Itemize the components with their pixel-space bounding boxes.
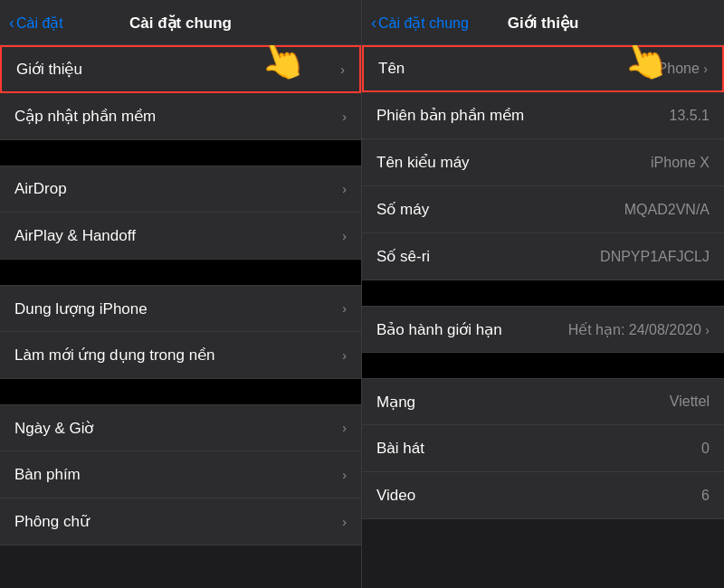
left-back-button[interactable]: ‹ Cài đặt <box>9 14 63 33</box>
left-group-2: AirDrop › AirPlay & Handoff › <box>0 166 361 260</box>
ngay-gio-label: Ngày & Giờ <box>14 419 93 438</box>
left-group-3: Dung lượng iPhone › Làm mới ứng dụng tro… <box>0 285 361 379</box>
ten-value: iPhone <box>654 61 700 76</box>
left-group-4: Ngày & Giờ › Bàn phím › Phông chữ › <box>0 404 361 545</box>
left-gap-3 <box>0 379 361 404</box>
ten-label: Tên <box>378 60 405 78</box>
ten-kieu-may-value: iPhone X <box>651 155 710 170</box>
sidebar-item-ban-phim[interactable]: Bàn phím › <box>0 451 361 498</box>
sidebar-item-ngay-gio[interactable]: Ngày & Giờ › <box>0 404 361 451</box>
left-settings-list: Giới thiệu › 👆 Cập nhật phần mềm › AirDr… <box>0 45 361 588</box>
ban-phim-chevron-icon: › <box>342 468 347 482</box>
lam-moi-label: Làm mới ứng dụng trong nền <box>14 346 215 365</box>
gioi-thieu-label: Giới thiệu <box>16 60 82 79</box>
bao-hanh-value: Hết hạn: 24/08/2020 <box>568 322 701 337</box>
cap-nhat-chevron-icon: › <box>342 109 347 124</box>
phong-chu-chevron-icon: › <box>342 515 347 529</box>
bai-hat-label: Bài hát <box>376 440 424 458</box>
left-group-1: Giới thiệu › 👆 Cập nhật phần mềm › <box>0 45 361 140</box>
cursor-hand-icon: 👆 <box>252 45 311 89</box>
left-nav-bar: ‹ Cài đặt Cài đặt chung <box>0 0 361 45</box>
so-may-value: MQAD2VN/A <box>624 202 710 217</box>
right-nav-title: Giới thiệu <box>508 14 579 33</box>
airdrop-chevron-icon: › <box>342 182 347 196</box>
detail-item-so-se-ri: Số sê-ri DNPYP1AFJCLJ <box>362 233 724 280</box>
left-nav-title: Cài đặt chung <box>129 14 232 33</box>
right-group-3: Mạng Viettel Bài hát 0 Video 6 <box>362 378 724 519</box>
detail-item-ten[interactable]: Tên iPhone › 👆 <box>362 45 724 92</box>
so-se-ri-value: DNPYP1AFJCLJ <box>600 249 710 264</box>
sidebar-item-gioi-thieu[interactable]: Giới thiệu › 👆 <box>0 45 361 93</box>
phong-chu-label: Phông chữ <box>14 512 90 531</box>
phien-ban-label: Phiên bản phần mềm <box>376 106 524 125</box>
right-back-label: Cài đặt chung <box>378 14 469 32</box>
right-panel: ‹ Cài đặt chung Giới thiệu Tên iPhone › … <box>362 0 724 588</box>
sidebar-item-lam-moi[interactable]: Làm mới ứng dụng trong nền › <box>0 332 361 379</box>
sidebar-item-airplay-handoff[interactable]: AirPlay & Handoff › <box>0 213 361 260</box>
right-detail-list: Tên iPhone › 👆 Phiên bản phần mềm 13.5.1… <box>362 45 724 588</box>
cap-nhat-phan-mem-label: Cập nhật phần mềm <box>14 107 156 126</box>
right-group-2: Bảo hành giới hạn Hết hạn: 24/08/2020 › <box>362 306 724 353</box>
phien-ban-value: 13.5.1 <box>670 108 710 123</box>
sidebar-item-cap-nhat-phan-mem[interactable]: Cập nhật phần mềm › <box>0 93 361 140</box>
sidebar-item-dung-luong[interactable]: Dung lượng iPhone › <box>0 285 361 332</box>
airplay-handoff-label: AirPlay & Handoff <box>14 227 136 245</box>
detail-item-phien-ban: Phiên bản phần mềm 13.5.1 <box>362 92 724 139</box>
left-back-arrow-icon: ‹ <box>9 14 14 33</box>
left-panel: ‹ Cài đặt Cài đặt chung Giới thiệu › 👆 C… <box>0 0 362 588</box>
detail-item-bai-hat: Bài hát 0 <box>362 425 724 472</box>
mang-label: Mạng <box>376 393 415 412</box>
sidebar-item-phong-chu[interactable]: Phông chữ › <box>0 498 361 545</box>
detail-item-so-may: Số máy MQAD2VN/A <box>362 186 724 233</box>
left-back-label: Cài đặt <box>16 14 63 32</box>
video-value: 6 <box>701 488 710 503</box>
so-se-ri-label: Số sê-ri <box>376 247 430 266</box>
bao-hanh-label: Bảo hành giới hạn <box>376 320 502 339</box>
airdrop-label: AirDrop <box>14 180 67 198</box>
detail-item-mang: Mạng Viettel <box>362 378 724 425</box>
gioi-thieu-chevron-icon: › <box>340 62 345 77</box>
so-may-label: Số máy <box>376 200 429 219</box>
left-gap-1 <box>0 140 361 166</box>
bao-hanh-chevron-icon: › <box>705 323 710 337</box>
right-back-arrow-icon: ‹ <box>371 14 376 33</box>
detail-item-bao-hanh[interactable]: Bảo hành giới hạn Hết hạn: 24/08/2020 › <box>362 306 724 353</box>
airplay-chevron-icon: › <box>342 229 347 243</box>
mang-value: Viettel <box>670 394 710 409</box>
ban-phim-label: Bàn phím <box>14 466 81 484</box>
dung-luong-chevron-icon: › <box>342 301 347 316</box>
detail-item-ten-kieu-may: Tên kiểu máy iPhone X <box>362 139 724 186</box>
bai-hat-value: 0 <box>701 441 710 456</box>
left-gap-2 <box>0 260 361 285</box>
right-group-1: Tên iPhone › 👆 Phiên bản phần mềm 13.5.1… <box>362 45 724 280</box>
ten-chevron-icon: › <box>703 62 708 76</box>
sidebar-item-airdrop[interactable]: AirDrop › <box>0 166 361 213</box>
right-gap-2 <box>362 353 724 378</box>
detail-item-video: Video 6 <box>362 472 724 519</box>
right-nav-bar: ‹ Cài đặt chung Giới thiệu <box>362 0 724 45</box>
right-gap-1 <box>362 280 724 306</box>
right-back-button[interactable]: ‹ Cài đặt chung <box>371 14 469 33</box>
video-label: Video <box>376 487 415 505</box>
ten-kieu-may-label: Tên kiểu máy <box>376 153 470 172</box>
ngay-gio-chevron-icon: › <box>342 421 347 435</box>
dung-luong-label: Dung lượng iPhone <box>14 299 148 318</box>
lam-moi-chevron-icon: › <box>342 348 347 363</box>
